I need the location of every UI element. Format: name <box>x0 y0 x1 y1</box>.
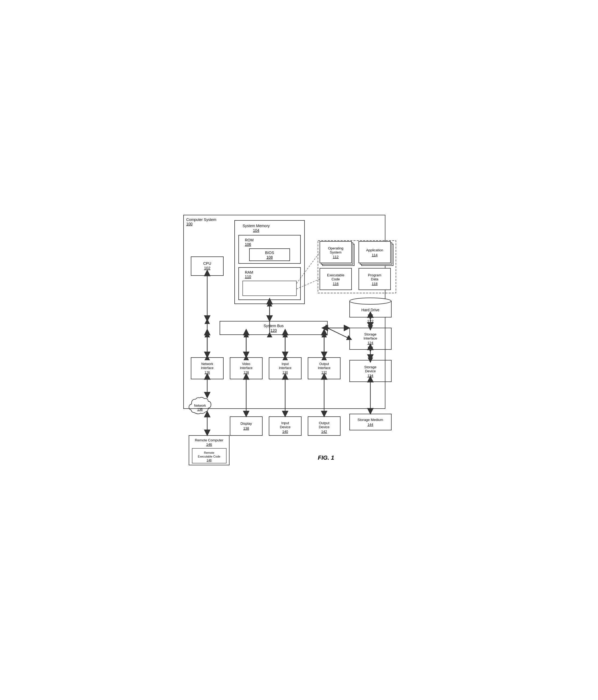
system-bus-number: 120 <box>270 328 277 332</box>
os-label: Operating <box>328 246 343 250</box>
ram-inner-box <box>243 281 296 296</box>
app-number: 114 <box>372 253 378 257</box>
cpu-number: 102 <box>204 266 210 270</box>
system-memory-number: 104 <box>253 228 259 232</box>
progdata-number: 118 <box>372 282 378 286</box>
storage-medium-label: Storage Medium <box>357 418 383 422</box>
input-device-label: Input <box>281 421 289 425</box>
bus-storage-interface-arrow <box>327 328 350 339</box>
video-interface-label: Video <box>242 362 250 366</box>
system-memory-box <box>234 220 304 304</box>
ram-number: 110 <box>245 274 251 279</box>
figure-label: FIG. 1 <box>318 454 334 461</box>
remote-exec-label: Remote <box>204 451 214 454</box>
network-interface-label: Network <box>201 362 213 366</box>
storage-device-label: Storage <box>364 365 377 369</box>
ram-label: RAM <box>245 270 253 274</box>
bios-label: BIOS <box>265 251 274 255</box>
system-bus-label: System Bus <box>264 324 283 328</box>
computer-system-number: 100 <box>186 222 193 226</box>
display-box <box>230 417 262 435</box>
rom-number: 106 <box>245 242 251 247</box>
video-interface-number: 128 <box>243 371 249 374</box>
os-label2: System <box>330 250 341 254</box>
hard-drive-label: Hard Drive <box>361 308 379 312</box>
remote-exec-label2: Executable Code <box>198 455 220 458</box>
app-box <box>359 242 391 263</box>
bios-number: 108 <box>266 255 273 259</box>
exec-number: 116 <box>333 282 339 286</box>
diagram: Computer System 100 System Memory 104 RO… <box>178 210 420 489</box>
input-interface-number: 130 <box>282 371 288 374</box>
display-label: Display <box>240 422 252 426</box>
storage-device-number: 134 <box>367 374 373 378</box>
remote-computer-number: 146 <box>206 443 212 447</box>
progdata-label: Program <box>368 273 381 277</box>
input-device-number: 140 <box>282 430 288 433</box>
storage-interface-label: Storage <box>364 332 377 336</box>
dashed-line-1 <box>296 252 320 283</box>
storage-medium-number: 144 <box>367 423 373 427</box>
remote-computer-label: Remote Computer <box>195 438 223 442</box>
network-number: 136 <box>197 407 202 411</box>
remote-exec-number: 148 <box>206 458 211 462</box>
progdata-label2: Data <box>371 277 378 281</box>
storage-device-label2: Device <box>365 369 376 373</box>
hard-drive-top <box>350 298 391 304</box>
output-interface-label2: Interface <box>318 366 330 370</box>
network-cloud: Network 136 <box>189 397 211 414</box>
storage-interface-label2: Interface <box>364 336 377 340</box>
cpu-label: CPU <box>203 261 211 266</box>
output-device-label2: Device <box>319 425 329 429</box>
system-bus-box <box>220 321 327 335</box>
dashed-line-2 <box>296 279 320 289</box>
exec-label: Executable <box>327 273 344 277</box>
input-interface-label2: Interface <box>279 366 291 370</box>
input-device-label2: Device <box>280 425 291 429</box>
page: Computer System 100 System Memory 104 RO… <box>178 210 420 490</box>
storage-medium-box <box>350 414 391 430</box>
display-number: 138 <box>243 426 249 430</box>
output-device-number: 142 <box>321 430 327 433</box>
exec-label2: Code <box>331 277 340 281</box>
computer-system-label: Computer System <box>186 218 216 222</box>
app-label: Application <box>366 248 383 252</box>
input-interface-label: Input <box>281 362 289 366</box>
output-interface-label: Output <box>319 362 329 366</box>
system-memory-label: System Memory <box>243 224 270 228</box>
network-label: Network <box>194 404 206 407</box>
output-device-label: Output <box>319 421 329 425</box>
storage-interface-number: 124 <box>367 341 373 345</box>
video-interface-label2: Interface <box>240 366 252 370</box>
output-interface-number: 132 <box>321 371 327 374</box>
network-interface-number: 126 <box>204 371 209 374</box>
os-number: 112 <box>333 255 339 259</box>
network-interface-label2: Interface <box>201 366 214 370</box>
rom-label: ROM <box>245 238 254 242</box>
